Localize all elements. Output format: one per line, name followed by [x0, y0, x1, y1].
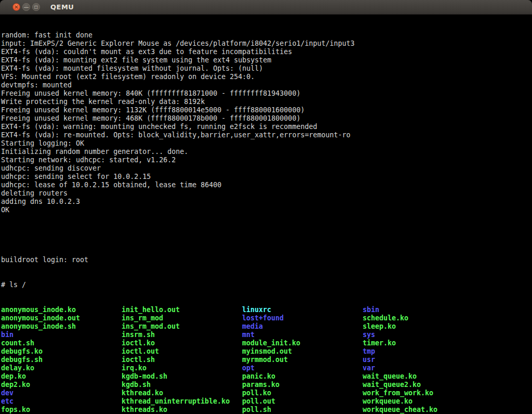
close-button[interactable]: ✕: [12, 3, 20, 11]
terminal-line: Freeing unused kernel memory: 840K (ffff…: [1, 89, 532, 98]
file-entry: anonymous_inode.ko: [1, 306, 122, 314]
ls-row: anonymous_inode.koinit_hello.outlinuxrcs…: [1, 306, 532, 314]
maximize-button[interactable]: □: [32, 3, 40, 11]
terminal-line: Starting logging: OK: [1, 139, 532, 148]
terminal-line: udhcpc: lease of 10.0.2.15 obtained, lea…: [1, 181, 532, 189]
ls-row: debugfs.koioctl.outmyinsmod.outtmp: [1, 347, 532, 356]
file-entry: delay.ko: [1, 364, 122, 372]
file-entry: myinsmod.out: [242, 347, 363, 356]
terminal-line: VFS: Mounted root (ext2 filesystem) read…: [1, 73, 532, 81]
terminal-line: EXT4-fs (vda): mounting ext2 file system…: [1, 56, 532, 64]
terminal-line: udhcpc: sending select for 10.0.2.15: [1, 173, 532, 181]
file-entry: poll.out: [242, 397, 363, 406]
blank-line: [1, 231, 532, 239]
file-entry: linuxrc: [242, 306, 363, 314]
terminal-line: random: fast init done: [1, 31, 532, 40]
file-entry: kthread.ko: [122, 389, 242, 397]
file-entry: tmp: [363, 347, 375, 356]
file-entry: wait_queue2.ko: [363, 381, 421, 389]
file-entry: debugfs.ko: [1, 347, 122, 356]
file-entry: ioctl.ko: [122, 339, 242, 347]
terminal-line: Freeing unused kernel memory: 468K (ffff…: [1, 114, 532, 123]
file-entry: workqueue_cheat.ko: [363, 406, 437, 414]
file-entry: bin: [1, 331, 122, 339]
file-entry: var: [363, 364, 375, 372]
terminal-line: EXT4-fs (vda): re-mounted. Opts: block_v…: [1, 131, 532, 139]
ls-row: delay.koirq.kooptvar: [1, 364, 532, 372]
file-entry: init_hello.out: [122, 306, 242, 314]
terminal-line: Starting network: udhcpc: started, v1.26…: [1, 156, 532, 164]
terminal-line: adding dns 10.0.2.3: [1, 198, 532, 206]
ls-row: anonymous_inode.shins_rm_mod.outmediasle…: [1, 322, 532, 331]
window-title: QEMU: [50, 3, 74, 11]
file-entry: debugfs.sh: [1, 356, 122, 364]
terminal-line: udhcpc: sending discover: [1, 164, 532, 173]
file-entry: kthreads.ko: [122, 406, 242, 414]
file-entry: anonymous_inode.sh: [1, 322, 122, 331]
terminal-line: Write protecting the kernel read-only da…: [1, 98, 532, 106]
file-entry: ioctl.sh: [122, 356, 242, 364]
file-entry: sleep.ko: [363, 322, 396, 331]
maximize-icon: □: [34, 5, 38, 9]
file-entry: work_from_work.ko: [363, 389, 433, 397]
file-entry: wait_queue.ko: [363, 372, 417, 381]
ls-output: anonymous_inode.koinit_hello.outlinuxrcs…: [1, 306, 532, 414]
file-entry: mnt: [242, 331, 363, 339]
ls-command-line: # ls /: [1, 281, 532, 289]
file-entry: params.ko: [242, 381, 363, 389]
file-entry: media: [242, 322, 363, 331]
file-entry: dev: [1, 389, 122, 397]
terminal-line: Freeing unused kernel memory: 1132K (fff…: [1, 106, 532, 114]
file-entry: panic.ko: [242, 372, 363, 381]
file-entry: ins_rm_mod: [122, 314, 242, 322]
file-entry: dep2.ko: [1, 381, 122, 389]
terminal-line: EXT4-fs (vda): warning: mounting uncheck…: [1, 123, 532, 131]
file-entry: kgdb.sh: [122, 381, 242, 389]
file-entry: opt: [242, 364, 363, 372]
file-entry: etc: [1, 397, 122, 406]
terminal-line: Initializing random number generator... …: [1, 148, 532, 156]
file-entry: kthread_uninterruptible.ko: [122, 397, 242, 406]
file-entry: dep.ko: [1, 372, 122, 381]
terminal-screen[interactable]: random: fast init doneinput: ImExPS/2 Ge…: [0, 15, 532, 414]
minimize-button[interactable]: —: [22, 3, 30, 11]
ls-row: etckthread_uninterruptible.kopoll.outwor…: [1, 397, 532, 406]
ls-row: bininsrm.shmntsys: [1, 331, 532, 339]
close-icon: ✕: [14, 4, 18, 9]
file-entry: ioctl.out: [122, 347, 242, 356]
file-entry: usr: [363, 356, 375, 364]
file-entry: schedule.ko: [363, 314, 408, 322]
file-entry: sbin: [363, 306, 379, 314]
file-entry: myrmmod.out: [242, 356, 363, 364]
qemu-window: ✕ — □ QEMU random: fast init doneinput: …: [0, 0, 532, 414]
file-entry: fops.ko: [1, 406, 122, 414]
file-entry: poll.sh: [242, 406, 363, 414]
title-bar[interactable]: ✕ — □ QEMU: [0, 0, 532, 15]
terminal-line: EXT4-fs (vda): couldn't mount as ext3 du…: [1, 48, 532, 56]
ls-row: dep2.kokgdb.shparams.kowait_queue2.ko: [1, 381, 532, 389]
ls-row: fops.kokthreads.kopoll.shworkqueue_cheat…: [1, 406, 532, 414]
ls-row: count.shioctl.komodule_init.kotimer.ko: [1, 339, 532, 347]
file-entry: irq.ko: [122, 364, 242, 372]
ls-row: devkthread.kopoll.kowork_from_work.ko: [1, 389, 532, 397]
boot-log: random: fast init doneinput: ImExPS/2 Ge…: [1, 31, 532, 214]
minimize-icon: —: [24, 4, 29, 9]
ls-row: debugfs.shioctl.shmyrmmod.outusr: [1, 356, 532, 364]
ls-row: anonymous_inode.outins_rm_modlost+founds…: [1, 314, 532, 322]
terminal-line: OK: [1, 206, 532, 214]
terminal-line: input: ImExPS/2 Generic Explorer Mouse a…: [1, 40, 532, 48]
file-entry: ins_rm_mod.out: [122, 322, 242, 331]
file-entry: poll.ko: [242, 389, 363, 397]
terminal-line: deleting routers: [1, 189, 532, 198]
file-entry: module_init.ko: [242, 339, 363, 347]
file-entry: timer.ko: [363, 339, 396, 347]
terminal-line: EXT4-fs (vda): mounted filesystem withou…: [1, 64, 532, 73]
file-entry: anonymous_inode.out: [1, 314, 122, 322]
ls-row: dep.kokgdb-mod.shpanic.kowait_queue.ko: [1, 372, 532, 381]
file-entry: workqueue.ko: [363, 397, 413, 406]
file-entry: kgdb-mod.sh: [122, 372, 242, 381]
file-entry: count.sh: [1, 339, 122, 347]
file-entry: insrm.sh: [122, 331, 242, 339]
terminal-line: devtmpfs: mounted: [1, 81, 532, 89]
file-entry: lost+found: [242, 314, 363, 322]
